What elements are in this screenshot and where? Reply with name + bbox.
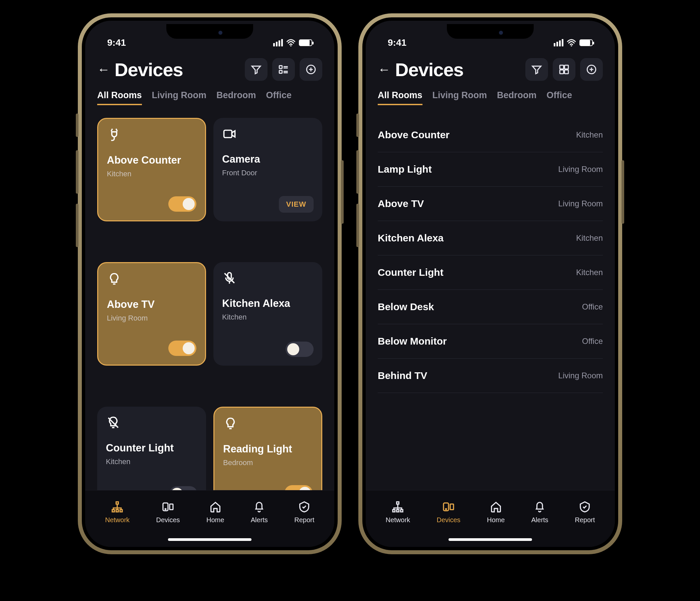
nav-label: Network [386,516,410,524]
nav-alerts[interactable]: Alerts [251,500,268,524]
power-toggle[interactable] [285,342,314,357]
tab-office[interactable]: Office [266,90,292,105]
device-name: Above TV [107,299,196,310]
nav-label: Home [206,516,224,524]
add-button[interactable] [300,58,322,81]
nav-label: Network [105,516,130,524]
filter-button[interactable] [245,58,268,81]
nav-report[interactable]: Report [294,500,314,524]
nav-devices[interactable]: Devices [156,500,180,524]
back-button[interactable]: ← [378,62,391,77]
nav-home[interactable]: Home [487,500,505,524]
device-card[interactable]: Kitchen Alexa Kitchen [214,262,322,366]
svg-point-18 [165,508,166,509]
tab-bedroom[interactable]: Bedroom [217,90,256,105]
device-name: Reading Light [223,443,312,455]
device-name: Above TV [378,198,424,209]
tab-all-rooms[interactable]: All Rooms [97,90,142,105]
status-time: 9:41 [388,37,406,48]
list-item[interactable]: Above CounterKitchen [378,118,603,152]
status-bar: 9:41 [378,37,603,58]
list-item[interactable]: Above TVLiving Room [378,186,603,221]
svg-rect-28 [393,509,395,512]
device-card[interactable]: Camera Front Door VIEW [214,118,322,221]
header: ← Devices [378,58,603,90]
svg-point-0 [290,45,292,46]
svg-rect-13 [112,509,115,512]
svg-rect-15 [120,509,123,512]
nav-label: Report [294,516,314,524]
power-toggle[interactable] [168,196,196,212]
list-item[interactable]: Kitchen AlexaKitchen [378,221,603,255]
svg-rect-30 [401,509,403,512]
nav-label: Home [487,516,505,524]
back-button[interactable]: ← [97,62,110,77]
svg-rect-14 [116,509,119,512]
device-name: Kitchen Alexa [222,298,314,309]
room-tabs: All Rooms Living Room Bedroom Office [97,90,322,108]
status-time: 9:41 [107,37,126,48]
phone-frame-right: 9:41 ← Devices All Rooms Living Room Bed… [358,14,622,554]
lightbulb-icon [223,416,312,432]
svg-rect-2 [279,71,282,73]
list-item[interactable]: Lamp LightLiving Room [378,152,603,186]
tab-all-rooms[interactable]: All Rooms [378,90,423,105]
device-name: Below Monitor [378,335,447,347]
list-item[interactable]: Behind TVLiving Room [378,358,603,393]
svg-rect-12 [116,502,119,504]
battery-icon [579,40,593,46]
device-name: Kitchen Alexa [378,232,444,244]
device-name: Camera [222,153,314,165]
page-title: Devices [115,59,240,80]
nav-label: Alerts [251,516,268,524]
device-room: Living Room [558,199,603,208]
device-name: Counter Light [106,442,197,454]
list-item[interactable]: Counter LightKitchen [378,255,603,290]
home-indicator[interactable] [168,538,251,541]
list-item[interactable]: Below MonitorOffice [378,324,603,358]
svg-rect-29 [397,509,399,512]
nav-label: Devices [156,516,180,524]
device-name: Lamp Light [378,164,432,175]
header: ← Devices [97,58,322,90]
room-tabs: All Rooms Living Room Bedroom Office [378,90,603,108]
device-name: Below Desk [378,301,434,312]
page-title: Devices [395,59,521,80]
tab-living-room[interactable]: Living Room [152,90,207,105]
nav-network[interactable]: Network [105,500,130,524]
tab-bedroom[interactable]: Bedroom [497,90,537,105]
plug-icon [107,128,196,144]
status-bar: 9:41 [97,37,322,58]
device-room: Kitchen [576,268,603,277]
nav-devices[interactable]: Devices [436,500,460,524]
power-toggle[interactable] [168,341,196,356]
camera-icon [222,127,314,143]
device-room: Office [582,302,603,311]
svg-point-33 [446,508,447,509]
home-indicator[interactable] [449,538,532,541]
notch [166,24,253,39]
device-room: Living Room [558,371,603,380]
nav-home[interactable]: Home [206,500,224,524]
nav-network[interactable]: Network [386,500,410,524]
device-room: Bedroom [223,458,312,467]
device-card[interactable]: Above Counter Kitchen [97,118,206,221]
device-card[interactable]: Above TV Living Room [97,262,206,366]
svg-point-19 [571,45,572,46]
list-item[interactable]: Below DeskOffice [378,290,603,324]
lightbulb-off-icon [106,415,197,431]
filter-button[interactable] [525,58,548,81]
add-button[interactable] [580,58,603,81]
view-button[interactable]: VIEW [279,196,314,213]
device-name: Above Counter [378,129,450,141]
nav-alerts[interactable]: Alerts [531,500,548,524]
svg-rect-17 [170,504,173,510]
tab-living-room[interactable]: Living Room [432,90,487,105]
device-list: Above CounterKitchen Lamp LightLiving Ro… [378,118,603,547]
nav-report[interactable]: Report [575,500,595,524]
tab-office[interactable]: Office [547,90,572,105]
layout-list-button[interactable] [272,58,295,81]
layout-grid-button[interactable] [553,58,575,81]
svg-rect-1 [279,66,282,69]
device-room: Kitchen [576,233,603,243]
